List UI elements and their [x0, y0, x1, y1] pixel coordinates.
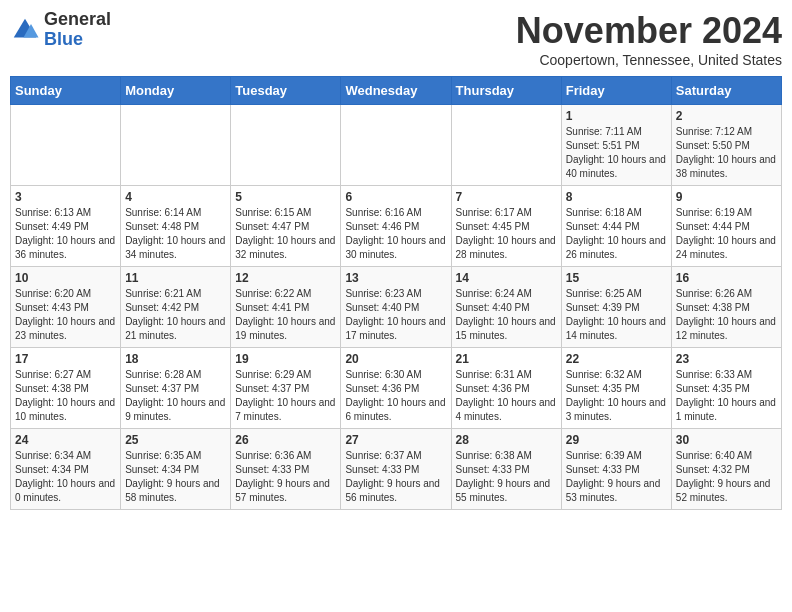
day-number: 9: [676, 190, 777, 204]
column-header-friday: Friday: [561, 77, 671, 105]
day-info: Sunrise: 6:36 AM Sunset: 4:33 PM Dayligh…: [235, 449, 336, 505]
day-number: 18: [125, 352, 226, 366]
day-info: Sunrise: 6:38 AM Sunset: 4:33 PM Dayligh…: [456, 449, 557, 505]
day-number: 29: [566, 433, 667, 447]
day-info: Sunrise: 6:33 AM Sunset: 4:35 PM Dayligh…: [676, 368, 777, 424]
calendar-cell: 1Sunrise: 7:11 AM Sunset: 5:51 PM Daylig…: [561, 105, 671, 186]
calendar-body: 1Sunrise: 7:11 AM Sunset: 5:51 PM Daylig…: [11, 105, 782, 510]
calendar-cell: [121, 105, 231, 186]
calendar-cell: 3Sunrise: 6:13 AM Sunset: 4:49 PM Daylig…: [11, 186, 121, 267]
calendar-cell: 6Sunrise: 6:16 AM Sunset: 4:46 PM Daylig…: [341, 186, 451, 267]
day-number: 1: [566, 109, 667, 123]
calendar-cell: [231, 105, 341, 186]
day-number: 27: [345, 433, 446, 447]
day-info: Sunrise: 6:31 AM Sunset: 4:36 PM Dayligh…: [456, 368, 557, 424]
day-info: Sunrise: 7:12 AM Sunset: 5:50 PM Dayligh…: [676, 125, 777, 181]
day-info: Sunrise: 6:13 AM Sunset: 4:49 PM Dayligh…: [15, 206, 116, 262]
calendar-week-row: 1Sunrise: 7:11 AM Sunset: 5:51 PM Daylig…: [11, 105, 782, 186]
day-number: 15: [566, 271, 667, 285]
calendar-cell: 10Sunrise: 6:20 AM Sunset: 4:43 PM Dayli…: [11, 267, 121, 348]
day-number: 17: [15, 352, 116, 366]
day-info: Sunrise: 6:24 AM Sunset: 4:40 PM Dayligh…: [456, 287, 557, 343]
calendar-cell: 23Sunrise: 6:33 AM Sunset: 4:35 PM Dayli…: [671, 348, 781, 429]
calendar-cell: [11, 105, 121, 186]
calendar-week-row: 17Sunrise: 6:27 AM Sunset: 4:38 PM Dayli…: [11, 348, 782, 429]
day-info: Sunrise: 6:40 AM Sunset: 4:32 PM Dayligh…: [676, 449, 777, 505]
day-number: 12: [235, 271, 336, 285]
day-info: Sunrise: 6:35 AM Sunset: 4:34 PM Dayligh…: [125, 449, 226, 505]
column-header-tuesday: Tuesday: [231, 77, 341, 105]
logo-blue-text: Blue: [44, 30, 111, 50]
day-number: 19: [235, 352, 336, 366]
title-area: November 2024 Coopertown, Tennessee, Uni…: [516, 10, 782, 68]
day-info: Sunrise: 6:34 AM Sunset: 4:34 PM Dayligh…: [15, 449, 116, 505]
calendar-cell: 27Sunrise: 6:37 AM Sunset: 4:33 PM Dayli…: [341, 429, 451, 510]
calendar-cell: 16Sunrise: 6:26 AM Sunset: 4:38 PM Dayli…: [671, 267, 781, 348]
calendar-cell: 13Sunrise: 6:23 AM Sunset: 4:40 PM Dayli…: [341, 267, 451, 348]
day-info: Sunrise: 6:17 AM Sunset: 4:45 PM Dayligh…: [456, 206, 557, 262]
day-info: Sunrise: 6:32 AM Sunset: 4:35 PM Dayligh…: [566, 368, 667, 424]
calendar-cell: [341, 105, 451, 186]
day-number: 26: [235, 433, 336, 447]
day-number: 25: [125, 433, 226, 447]
calendar-cell: 12Sunrise: 6:22 AM Sunset: 4:41 PM Dayli…: [231, 267, 341, 348]
calendar-cell: 28Sunrise: 6:38 AM Sunset: 4:33 PM Dayli…: [451, 429, 561, 510]
day-info: Sunrise: 6:23 AM Sunset: 4:40 PM Dayligh…: [345, 287, 446, 343]
calendar-cell: 29Sunrise: 6:39 AM Sunset: 4:33 PM Dayli…: [561, 429, 671, 510]
logo-text: General Blue: [44, 10, 111, 50]
calendar-week-row: 3Sunrise: 6:13 AM Sunset: 4:49 PM Daylig…: [11, 186, 782, 267]
calendar-cell: 15Sunrise: 6:25 AM Sunset: 4:39 PM Dayli…: [561, 267, 671, 348]
day-number: 22: [566, 352, 667, 366]
day-number: 10: [15, 271, 116, 285]
day-info: Sunrise: 6:19 AM Sunset: 4:44 PM Dayligh…: [676, 206, 777, 262]
logo-icon: [10, 15, 40, 45]
calendar-week-row: 10Sunrise: 6:20 AM Sunset: 4:43 PM Dayli…: [11, 267, 782, 348]
day-number: 28: [456, 433, 557, 447]
day-number: 6: [345, 190, 446, 204]
calendar-cell: 7Sunrise: 6:17 AM Sunset: 4:45 PM Daylig…: [451, 186, 561, 267]
day-number: 16: [676, 271, 777, 285]
column-header-wednesday: Wednesday: [341, 77, 451, 105]
day-info: Sunrise: 6:30 AM Sunset: 4:36 PM Dayligh…: [345, 368, 446, 424]
location-title: Coopertown, Tennessee, United States: [516, 52, 782, 68]
calendar-cell: 19Sunrise: 6:29 AM Sunset: 4:37 PM Dayli…: [231, 348, 341, 429]
calendar-cell: 5Sunrise: 6:15 AM Sunset: 4:47 PM Daylig…: [231, 186, 341, 267]
calendar-cell: 30Sunrise: 6:40 AM Sunset: 4:32 PM Dayli…: [671, 429, 781, 510]
day-number: 14: [456, 271, 557, 285]
header: General Blue November 2024 Coopertown, T…: [10, 10, 782, 68]
day-info: Sunrise: 6:27 AM Sunset: 4:38 PM Dayligh…: [15, 368, 116, 424]
day-info: Sunrise: 6:20 AM Sunset: 4:43 PM Dayligh…: [15, 287, 116, 343]
calendar-cell: 24Sunrise: 6:34 AM Sunset: 4:34 PM Dayli…: [11, 429, 121, 510]
calendar-cell: 9Sunrise: 6:19 AM Sunset: 4:44 PM Daylig…: [671, 186, 781, 267]
column-header-saturday: Saturday: [671, 77, 781, 105]
day-number: 30: [676, 433, 777, 447]
day-number: 3: [15, 190, 116, 204]
calendar-cell: 26Sunrise: 6:36 AM Sunset: 4:33 PM Dayli…: [231, 429, 341, 510]
day-number: 7: [456, 190, 557, 204]
day-info: Sunrise: 6:28 AM Sunset: 4:37 PM Dayligh…: [125, 368, 226, 424]
calendar-cell: 17Sunrise: 6:27 AM Sunset: 4:38 PM Dayli…: [11, 348, 121, 429]
month-title: November 2024: [516, 10, 782, 52]
day-info: Sunrise: 6:18 AM Sunset: 4:44 PM Dayligh…: [566, 206, 667, 262]
column-header-thursday: Thursday: [451, 77, 561, 105]
calendar-cell: 21Sunrise: 6:31 AM Sunset: 4:36 PM Dayli…: [451, 348, 561, 429]
calendar-cell: 2Sunrise: 7:12 AM Sunset: 5:50 PM Daylig…: [671, 105, 781, 186]
day-number: 21: [456, 352, 557, 366]
column-header-monday: Monday: [121, 77, 231, 105]
day-number: 8: [566, 190, 667, 204]
day-info: Sunrise: 6:22 AM Sunset: 4:41 PM Dayligh…: [235, 287, 336, 343]
day-info: Sunrise: 6:37 AM Sunset: 4:33 PM Dayligh…: [345, 449, 446, 505]
calendar-cell: 22Sunrise: 6:32 AM Sunset: 4:35 PM Dayli…: [561, 348, 671, 429]
calendar-table: SundayMondayTuesdayWednesdayThursdayFrid…: [10, 76, 782, 510]
day-info: Sunrise: 6:21 AM Sunset: 4:42 PM Dayligh…: [125, 287, 226, 343]
calendar-header-row: SundayMondayTuesdayWednesdayThursdayFrid…: [11, 77, 782, 105]
day-number: 2: [676, 109, 777, 123]
calendar-week-row: 24Sunrise: 6:34 AM Sunset: 4:34 PM Dayli…: [11, 429, 782, 510]
day-number: 23: [676, 352, 777, 366]
logo-general-text: General: [44, 10, 111, 30]
calendar-cell: 20Sunrise: 6:30 AM Sunset: 4:36 PM Dayli…: [341, 348, 451, 429]
day-info: Sunrise: 6:39 AM Sunset: 4:33 PM Dayligh…: [566, 449, 667, 505]
calendar-cell: 4Sunrise: 6:14 AM Sunset: 4:48 PM Daylig…: [121, 186, 231, 267]
day-number: 24: [15, 433, 116, 447]
calendar-cell: 14Sunrise: 6:24 AM Sunset: 4:40 PM Dayli…: [451, 267, 561, 348]
